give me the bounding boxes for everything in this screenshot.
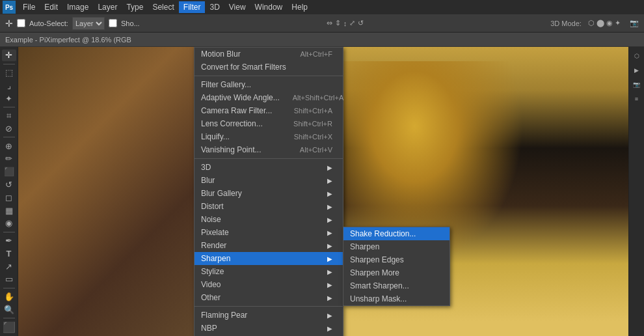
- menu-window[interactable]: Window: [250, 1, 288, 13]
- render-arrow-icon: ▶: [327, 242, 332, 249]
- blur-gallery-label: Blur Gallery: [201, 189, 242, 198]
- path-tool[interactable]: ↗: [2, 260, 16, 272]
- show-checkbox[interactable]: [109, 19, 117, 27]
- filter-noise[interactable]: Noise ▶: [195, 213, 343, 226]
- filter-video[interactable]: Video ▶: [195, 278, 343, 291]
- marquee-tool[interactable]: ⬚: [2, 67, 16, 79]
- 3d-mode-icons: ⬡ ⬤ ◉ ✦: [588, 19, 621, 27]
- sharpen-shake-reduction[interactable]: Shake Reduction...: [343, 227, 449, 240]
- right-tool-1[interactable]: ⬡: [630, 49, 643, 63]
- sharpen-submenu: Shake Reduction... Sharpen Sharpen Edges…: [343, 227, 450, 306]
- menu-3d[interactable]: 3D: [205, 1, 224, 13]
- filter-sharpen[interactable]: Sharpen ▶: [195, 252, 343, 265]
- menu-view[interactable]: View: [224, 1, 250, 13]
- unsharp-mask[interactable]: Unsharp Mask...: [343, 292, 449, 305]
- tool-separator-4: [3, 232, 15, 232]
- magic-wand-tool[interactable]: ✦: [2, 92, 16, 104]
- stamp-tool[interactable]: ⬛: [2, 166, 16, 178]
- filter-lens-correction[interactable]: Lens Correction... Shift+Ctrl+R: [195, 117, 343, 130]
- eraser-tool[interactable]: ◻: [2, 191, 16, 203]
- sharpen-edges-label: Sharpen Edges: [350, 255, 404, 264]
- sep2: [195, 158, 343, 159]
- blur-tool[interactable]: ◉: [2, 217, 16, 229]
- menu-type[interactable]: Type: [122, 1, 148, 13]
- tool-separator-5: [3, 288, 15, 288]
- blur-gallery-arrow-icon: ▶: [327, 190, 332, 197]
- filter-stylize[interactable]: Stylize ▶: [195, 265, 343, 278]
- nbp-arrow-icon: ▶: [327, 325, 332, 332]
- lens-correction-shortcut: Shift+Ctrl+R: [293, 120, 332, 128]
- other-arrow-icon: ▶: [327, 294, 332, 301]
- menu-edit[interactable]: Edit: [40, 1, 62, 13]
- options-bar: ✛ Auto-Select: Layer Sho... ⇔⇕↕⤢↺ 3D Mod…: [0, 14, 644, 33]
- menu-file[interactable]: File: [18, 1, 40, 13]
- auto-select-checkbox[interactable]: [17, 19, 25, 27]
- adaptive-wide-shortcut: Alt+Shift+Ctrl+A: [293, 94, 344, 102]
- noise-arrow-icon: ▶: [327, 216, 332, 223]
- right-tool-4[interactable]: ≡: [630, 92, 643, 105]
- lasso-tool[interactable]: ⌟: [2, 79, 16, 91]
- filter-3d[interactable]: 3D ▶: [195, 161, 343, 174]
- camera-icon: 📷: [630, 19, 639, 27]
- right-tool-3[interactable]: 📷: [630, 78, 643, 91]
- zoom-tool[interactable]: 🔍: [2, 303, 16, 315]
- filter-convert-smart[interactable]: Convert for Smart Filters: [195, 61, 343, 74]
- filter-adaptive-wide[interactable]: Adaptive Wide Angle... Alt+Shift+Ctrl+A: [195, 91, 343, 104]
- right-panel: ⬡ ▶ 📷 ≡: [628, 47, 644, 336]
- text-tool[interactable]: T: [2, 247, 16, 259]
- smart-sharpen[interactable]: Smart Sharpen...: [343, 279, 449, 292]
- menu-filter[interactable]: Filter: [179, 1, 206, 13]
- menu-help[interactable]: Help: [287, 1, 312, 13]
- main-area: ✛ ⬚ ⌟ ✦ ⌗ ⊘ ⊕ ✏ ⬛ ↺ ◻ ▦ ◉ ✒ T ↗ ▭ ✋ 🔍 ⬛: [0, 47, 644, 336]
- filter-gallery[interactable]: Filter Gallery...: [195, 78, 343, 91]
- filter-nbp[interactable]: NBP ▶: [195, 322, 343, 335]
- gradient-tool[interactable]: ▦: [2, 204, 16, 216]
- filter-distort[interactable]: Distort ▶: [195, 200, 343, 213]
- menu-layer[interactable]: Layer: [93, 1, 122, 13]
- flaming-pear-label: Flaming Pear: [201, 311, 247, 320]
- filter-camera-raw[interactable]: Camera Raw Filter... Shift+Ctrl+A: [195, 104, 343, 117]
- crop-tool[interactable]: ⌗: [2, 110, 16, 122]
- tool-separator-3: [3, 137, 15, 137]
- filter-pixelate[interactable]: Pixelate ▶: [195, 226, 343, 239]
- heal-tool[interactable]: ⊕: [2, 140, 16, 152]
- liquify-label: Liquify...: [201, 132, 230, 141]
- layer-select[interactable]: Layer: [72, 17, 105, 30]
- other-label: Other: [201, 293, 221, 302]
- hand-tool[interactable]: ✋: [2, 291, 16, 303]
- transform-icons: ⇔⇕↕⤢↺: [327, 19, 364, 27]
- show-label: Sho...: [121, 20, 140, 27]
- filter-render[interactable]: Render ▶: [195, 239, 343, 252]
- sep3: [195, 306, 343, 307]
- document-title: Example - PiXimperfect @ 18.6% (RGB: [5, 36, 131, 44]
- blur-arrow-icon: ▶: [327, 177, 332, 184]
- filter-blur-gallery[interactable]: Blur Gallery ▶: [195, 187, 343, 200]
- sharpen-label: Sharpen: [201, 254, 230, 263]
- history-brush-tool[interactable]: ↺: [2, 179, 16, 191]
- distort-label: Distort: [201, 202, 224, 211]
- video-arrow-icon: ▶: [327, 281, 332, 288]
- sharpen-sharpen-label: Sharpen: [350, 242, 379, 251]
- right-tool-2[interactable]: ▶: [630, 64, 643, 77]
- filter-flaming-pear[interactable]: Flaming Pear ▶: [195, 309, 343, 322]
- 3d-arrow-icon: ▶: [327, 164, 332, 171]
- sharpen-edges[interactable]: Sharpen Edges: [343, 253, 449, 266]
- filter-blur[interactable]: Blur ▶: [195, 174, 343, 187]
- sharpen-more[interactable]: Sharpen More: [343, 266, 449, 279]
- brush-tool[interactable]: ✏: [2, 153, 16, 165]
- menu-select[interactable]: Select: [148, 1, 178, 13]
- menu-image[interactable]: Image: [62, 1, 93, 13]
- shape-tool[interactable]: ▭: [2, 273, 16, 285]
- tool-separator-6: [3, 318, 15, 318]
- eyedropper-tool[interactable]: ⊘: [2, 123, 16, 135]
- filter-liquify[interactable]: Liquify... Shift+Ctrl+X: [195, 130, 343, 143]
- filter-other[interactable]: Other ▶: [195, 291, 343, 304]
- filter-vanishing-point[interactable]: Vanishing Point... Alt+Ctrl+V: [195, 143, 343, 156]
- move-tool[interactable]: ✛: [2, 49, 16, 61]
- pen-tool[interactable]: ✒: [2, 235, 16, 247]
- filter-motion-blur[interactable]: Motion Blur Alt+Ctrl+F: [195, 48, 343, 61]
- ps-logo: Ps: [3, 1, 16, 14]
- auto-select-label: Auto-Select:: [29, 20, 68, 27]
- foreground-color[interactable]: ⬛: [2, 321, 16, 333]
- sharpen-sharpen[interactable]: Sharpen: [343, 240, 449, 253]
